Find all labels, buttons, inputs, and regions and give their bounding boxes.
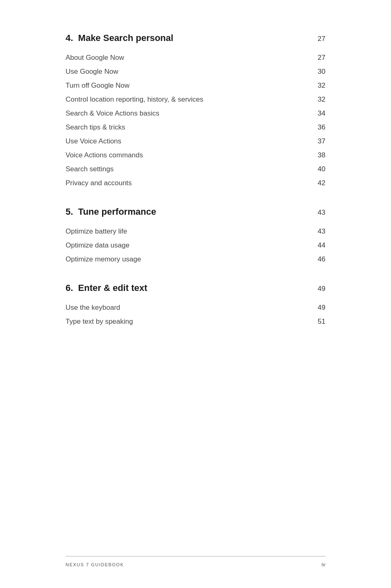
toc-item-0-6[interactable]: Use Voice Actions37 xyxy=(66,134,325,148)
toc-item-label-1-2: Optimize memory usage xyxy=(66,255,141,263)
section-header-1: 5. Tune performance43 xyxy=(66,207,325,217)
section-title-1: 5. Tune performance xyxy=(66,207,156,217)
toc-item-0-9[interactable]: Privacy and accounts42 xyxy=(66,176,325,190)
section-title-0: 4. Make Search personal xyxy=(66,33,173,43)
footer-page: iv xyxy=(322,561,325,568)
toc-item-page-0-8: 40 xyxy=(318,165,325,173)
toc-item-0-3[interactable]: Control location reporting, history, & s… xyxy=(66,93,325,107)
section-page-1: 43 xyxy=(318,209,325,217)
toc-item-0-2[interactable]: Turn off Google Now32 xyxy=(66,79,325,93)
toc-item-page-0-2: 32 xyxy=(318,82,325,90)
toc-item-page-1-2: 46 xyxy=(318,255,325,263)
toc-item-1-1[interactable]: Optimize data usage44 xyxy=(66,238,325,252)
toc-item-page-2-1: 51 xyxy=(318,318,325,326)
toc-item-1-0[interactable]: Optimize battery life43 xyxy=(66,225,325,238)
toc-section-section-5: 5. Tune performance43Optimize battery li… xyxy=(66,207,325,266)
toc-item-label-1-0: Optimize battery life xyxy=(66,227,127,236)
toc-item-page-1-0: 43 xyxy=(318,227,325,236)
toc-section-section-6: 6. Enter & edit text49Use the keyboard49… xyxy=(66,283,325,329)
toc-item-page-0-5: 36 xyxy=(318,123,325,132)
toc-item-page-0-1: 30 xyxy=(318,68,325,76)
section-title-2: 6. Enter & edit text xyxy=(66,283,147,293)
toc-item-page-0-4: 34 xyxy=(318,109,325,118)
section-header-0: 4. Make Search personal27 xyxy=(66,33,325,43)
toc-item-0-5[interactable]: Search tips & tricks36 xyxy=(66,120,325,134)
toc-item-2-0[interactable]: Use the keyboard49 xyxy=(66,301,325,315)
toc-item-label-0-0: About Google Now xyxy=(66,54,124,62)
toc-item-label-1-1: Optimize data usage xyxy=(66,241,130,250)
toc-item-label-0-4: Search & Voice Actions basics xyxy=(66,109,159,118)
page-container: 4. Make Search personal27About Google No… xyxy=(0,0,391,588)
footer-title: NEXUS 7 GUIDEBOOK xyxy=(66,562,124,567)
toc-item-label-0-3: Control location reporting, history, & s… xyxy=(66,95,203,104)
toc-item-0-8[interactable]: Search settings40 xyxy=(66,162,325,176)
toc-item-page-1-1: 44 xyxy=(318,241,325,250)
section-page-0: 27 xyxy=(318,35,325,43)
toc-item-page-0-6: 37 xyxy=(318,137,325,145)
toc-item-1-2[interactable]: Optimize memory usage46 xyxy=(66,252,325,266)
toc-section-section-4: 4. Make Search personal27About Google No… xyxy=(66,33,325,190)
toc-item-0-1[interactable]: Use Google Now30 xyxy=(66,65,325,79)
toc-item-label-0-2: Turn off Google Now xyxy=(66,82,130,90)
toc-item-page-0-7: 38 xyxy=(318,151,325,159)
toc-item-label-0-5: Search tips & tricks xyxy=(66,123,125,132)
toc-item-label-0-7: Voice Actions commands xyxy=(66,151,143,159)
toc-item-page-0-0: 27 xyxy=(318,54,325,62)
toc-item-label-0-1: Use Google Now xyxy=(66,68,118,76)
toc-item-page-0-9: 42 xyxy=(318,179,325,187)
toc-content: 4. Make Search personal27About Google No… xyxy=(66,33,325,329)
toc-item-label-0-9: Privacy and accounts xyxy=(66,179,132,187)
toc-item-page-2-0: 49 xyxy=(318,304,325,312)
toc-item-0-4[interactable]: Search & Voice Actions basics34 xyxy=(66,107,325,120)
toc-item-0-0[interactable]: About Google Now27 xyxy=(66,51,325,65)
toc-item-label-2-1: Type text by speaking xyxy=(66,318,133,326)
section-page-2: 49 xyxy=(318,285,325,293)
toc-item-2-1[interactable]: Type text by speaking51 xyxy=(66,315,325,329)
toc-item-page-0-3: 32 xyxy=(318,95,325,104)
toc-item-0-7[interactable]: Voice Actions commands38 xyxy=(66,148,325,162)
toc-item-label-2-0: Use the keyboard xyxy=(66,304,120,312)
section-header-2: 6. Enter & edit text49 xyxy=(66,283,325,293)
toc-item-label-0-6: Use Voice Actions xyxy=(66,137,121,145)
footer: NEXUS 7 GUIDEBOOK iv xyxy=(66,556,325,568)
toc-item-label-0-8: Search settings xyxy=(66,165,114,173)
